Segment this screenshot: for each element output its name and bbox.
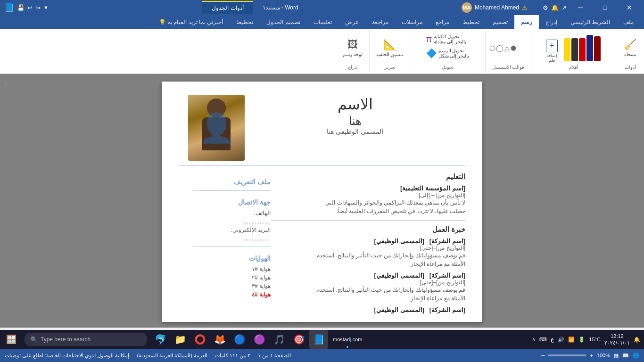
taskbar-app-music[interactable]: 🎵 [270,330,289,349]
canvas-icon: 🖼 [347,39,358,51]
taskbar-app-tiktok[interactable]: 🎯 [289,330,308,349]
view-read-icon[interactable]: 📖 [622,353,629,359]
education-entry: [اسم المؤسسة التعليمية] [التواريخ من] – … [271,185,465,215]
add-pen-button[interactable]: + إضافة قلم [545,40,559,63]
stencil-icon-1[interactable]: ⬡ [489,44,495,52]
job-title: المسمى الوظيفي هنا [245,128,465,135]
darkred-pen[interactable] [594,36,601,61]
tab-help[interactable]: تعليمات [307,15,339,29]
edit-group-label: تحرير [384,63,396,70]
eraser-button[interactable]: 🧹 ممحاة [621,38,640,58]
search-placeholder: Type here to search [41,336,91,343]
temperature: 15°C [589,337,601,342]
undo-icon[interactable]: ↩ [27,4,33,11]
start-button[interactable]: 🪟 [0,330,23,349]
tab-insert[interactable]: إدراج [539,15,564,29]
contact-title: جهة الاتصال [193,198,271,206]
tab-tell-me[interactable]: 💡 أخبرني بما تريد القيام به [152,15,230,29]
language-indicator[interactable]: ع [551,337,554,343]
taskbar-app-edge[interactable]: ⭕ [190,330,209,349]
formatting-button[interactable]: 📐 تنسيق الخلفية [373,38,406,58]
taskbar-app-word[interactable]: 📘 [309,330,328,349]
formatting-label: تنسيق الخلفية [376,52,403,57]
notification-center-icon[interactable]: 🔔 [634,337,640,343]
quick-save-icon[interactable]: 💾 [17,4,25,11]
ribbon-group-stencil: ⬡ ◯ △ ⬟ قوالب الاستنسل [485,31,531,72]
customize-icon[interactable]: ▼ [43,5,49,10]
taskbar-search[interactable]: 🔍 Type here to search [25,333,147,346]
zoom-in-icon[interactable]: + [590,353,593,358]
hobby-2: هواية #٢ [193,274,271,281]
taskbar-app-firefox[interactable]: 🦊 [210,330,229,349]
lightbulb-icon: 💡 [159,19,166,25]
tab-design[interactable]: تصميم [486,15,514,29]
time: 12:12 [604,333,630,339]
battery-icon[interactable]: 🔋 [578,337,585,343]
title-bar-left: 📘 💾 ↩ ↪ ▼ [4,2,49,13]
stencil-icon-2[interactable]: ◯ [496,44,504,52]
black-pen[interactable] [571,38,578,61]
edu-divider [271,220,465,221]
active-doc-tab[interactable]: أدوات الجدول [202,1,253,14]
tab-layout[interactable]: تخطيط [456,15,486,29]
tab-view[interactable]: عرض [339,15,365,29]
taskbar-app-store[interactable]: 🟣 [250,330,269,349]
institution-name: [اسم المؤسسة التعليمية] [271,185,465,192]
tab-file[interactable]: ملف [617,15,640,29]
tab-draw[interactable]: رسم [514,15,539,29]
yellow-pen[interactable] [564,38,570,61]
accessibility-notice[interactable]: إمكانية الوصول لذوي الاحتياجات الخاصة: ا… [5,353,129,359]
maximize-button[interactable]: □ [594,0,616,15]
ink-canvas-button[interactable]: 🖼 لوحة رسم [340,38,365,58]
taskbar-app-files[interactable]: 📁 [171,330,190,349]
hobby-4: هواية #٤ [193,291,271,298]
title-bar: 📘 💾 ↩ ↪ ▼ أدوات الجدول مستند١ - Word MA … [0,0,644,15]
volume-icon[interactable]: 🔊 [558,337,564,343]
sidebar-divider-1 [193,190,271,191]
tab-table-design[interactable]: تصميم الجدول [260,15,306,29]
tab-review[interactable]: مراجعة [365,15,395,29]
close-button[interactable]: ✕ [619,0,640,15]
red-pen[interactable] [579,38,586,61]
active-tab-label: أدوات الجدول [212,5,243,11]
ribbon-group-tools: 🧹 ممحاة أدوات [616,31,644,72]
zoom-slider[interactable] [548,354,586,356]
stencil-group-label: قوالب الاستنسل [492,63,525,70]
convert-group-label: تحويل [442,63,454,70]
scroll-up-arrow[interactable]: ▲ [3,80,8,87]
view-web-icon[interactable]: 🌐 [633,353,639,359]
stencil-icon-4[interactable]: ⬟ [511,44,516,52]
dark-pen[interactable] [586,35,593,61]
tray-expand-icon[interactable]: ∧ [532,337,536,343]
redo-icon[interactable]: ↪ [35,4,41,11]
education-title: التعليم [271,173,465,181]
name-section: الاسم هنا المسمى الوظيفي هنا [245,95,465,140]
keyboard-icon[interactable]: ⌨ [539,337,547,343]
settings-icon[interactable]: ⚙ [543,4,548,11]
exp2-desc: قم بوصف مسؤولياتك وإنجازاتك من حيث التأث… [271,286,465,303]
page-count: الصفحة ١ من ١ [258,353,291,359]
convert-to-math-button[interactable]: π تحويل الكتابةبالبحر إلى معادلة [424,33,468,45]
zoom-out-icon[interactable]: ─ [541,353,545,358]
share-icon[interactable]: ↗ [561,4,567,11]
name-subtitle: هنا [245,115,465,128]
pen-strip [562,33,603,63]
clock: 12:12 ٢٠٢٤/٠١/٠١ [604,333,630,346]
tab-references[interactable]: مراجع [429,15,456,29]
taskbar-app-chrome[interactable]: 🔵 [230,330,249,349]
hobby-3: هواية #٣ [193,283,271,289]
network-icon[interactable]: 📶 [568,337,575,343]
view-layout-icon[interactable]: ▦ [614,353,619,359]
tab-home[interactable]: الشريط الرئيسي [564,15,617,29]
stencil-icon-3[interactable]: △ [504,44,510,52]
convert-to-shape-button[interactable]: 🔷 تحويل الرسمبالبحر إلى شكل [424,47,471,59]
date: ٢٠٢٤/٠١/٠١ [604,339,630,346]
taskbar-app-mostadjcom[interactable]: mostadj.com [329,330,366,349]
tab-mailings[interactable]: مراسلات [395,15,429,29]
header-divider [179,165,465,166]
taskbar-app-explorer[interactable]: 🐬 [151,330,170,349]
notifications-icon[interactable]: 🔔 [551,4,559,11]
tab-layout2[interactable]: تخطيط [230,15,260,29]
minimize-button[interactable]: ─ [570,0,591,15]
hobby-1: هواية #١ [193,266,271,272]
